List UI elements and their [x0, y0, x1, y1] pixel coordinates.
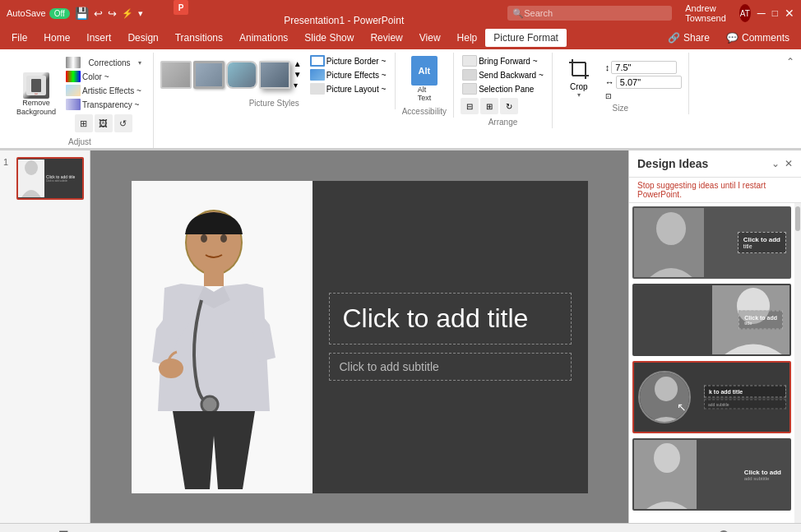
- view-slide-sorter[interactable]: ⊟: [604, 529, 614, 533]
- redo-icon[interactable]: ↪: [108, 7, 117, 20]
- pic-style-4[interactable]: [259, 61, 290, 89]
- color-dropdown[interactable]: Color ~: [64, 70, 143, 83]
- fit-slide-button[interactable]: ⊞: [785, 529, 794, 533]
- corrections-dropdown[interactable]: Corrections ▾: [64, 56, 143, 69]
- user-name: Andrew Townsend: [685, 3, 732, 23]
- reset-picture-button[interactable]: ↺: [114, 114, 132, 132]
- width-input-container: [616, 76, 682, 89]
- design-panel-close[interactable]: ✕: [785, 158, 793, 169]
- change-picture-button[interactable]: 🖼: [95, 114, 113, 132]
- status-bar-right: Notes ⊞ ⊟ ▦ ⊡ − + 54% ⊞: [558, 529, 794, 533]
- width-input[interactable]: [620, 77, 653, 87]
- zoom-out[interactable]: −: [655, 529, 661, 533]
- alt-text-button[interactable]: Alt AltText: [408, 54, 441, 104]
- view-normal[interactable]: ⊞: [588, 529, 598, 533]
- group-button[interactable]: ⊞: [480, 98, 498, 114]
- bring-forward-button[interactable]: Bring Forward ~: [461, 54, 545, 67]
- slide-canvas[interactable]: Click to add title Click to add subtitle: [132, 181, 588, 493]
- card3-subtitle: add subtitle: [708, 402, 782, 407]
- scrollbar-thumb[interactable]: [795, 206, 800, 231]
- size-expand-icon[interactable]: ⊡: [605, 92, 612, 100]
- picture-layout-button[interactable]: Picture Layout ~: [308, 82, 388, 95]
- zoom-in[interactable]: +: [740, 529, 747, 533]
- ribbon-size-group: Crop ▾ ↕ ↔: [553, 53, 689, 114]
- picture-border-button[interactable]: Picture Border ~: [308, 54, 388, 67]
- slide-image-area[interactable]: [132, 181, 313, 493]
- maximize-button[interactable]: □: [772, 7, 778, 19]
- transparency-dropdown[interactable]: Transparency ~: [64, 98, 143, 111]
- status-icon[interactable]: ☰: [58, 529, 69, 533]
- pic-style-1[interactable]: [160, 61, 192, 89]
- content-area-slide: Click to add title Click to add subtitle: [313, 181, 588, 493]
- design-ideas-panel: Design Ideas ⌄ ✕ Stop suggesting ideas u…: [628, 150, 801, 523]
- artistic-label: Artistic Effects ~: [82, 86, 141, 95]
- slide-thumbnail-1[interactable]: 1 Click to add title Click to add subtit…: [3, 157, 86, 200]
- title-text[interactable]: Click to add title: [343, 303, 558, 334]
- menu-view[interactable]: View: [411, 29, 449, 47]
- styles-more[interactable]: ▾: [294, 81, 302, 90]
- menu-picture-format[interactable]: Picture Format: [485, 29, 567, 47]
- status-bar: Slide 1 of 1 ☰ Notes ⊞ ⊟ ▦ ⊡ − + 54% ⊞: [0, 523, 801, 532]
- design-panel-scrollbar[interactable]: [794, 203, 801, 523]
- align-button[interactable]: ⊟: [461, 98, 479, 114]
- search-input[interactable]: [507, 6, 672, 21]
- design-stop-link[interactable]: Stop suggesting ideas until I restart Po…: [629, 178, 801, 203]
- menu-home[interactable]: Home: [35, 29, 78, 47]
- comments-button[interactable]: 💬 Comments: [718, 30, 798, 46]
- menu-insert[interactable]: Insert: [78, 29, 119, 47]
- menu-review[interactable]: Review: [362, 29, 410, 47]
- comments-icon: 💬: [726, 32, 738, 44]
- ribbon-collapse-button[interactable]: ⌃: [786, 56, 794, 67]
- send-backward-button[interactable]: Send Backward ~: [461, 68, 545, 81]
- design-idea-card-2[interactable]: Click to add title: [632, 284, 791, 356]
- selection-pane-button[interactable]: Selection Pane: [461, 82, 545, 95]
- autosave-toggle[interactable]: Off: [49, 8, 70, 19]
- rotate-button[interactable]: ↻: [500, 98, 518, 114]
- design-panel-controls: ⌄ ✕: [771, 158, 793, 169]
- share-button[interactable]: 🔗 Share: [660, 30, 718, 46]
- artistic-effects-dropdown[interactable]: Artistic Effects ~: [64, 84, 143, 97]
- design-idea-card-1[interactable]: Click to add title: [632, 206, 791, 279]
- menu-slideshow[interactable]: Slide Show: [296, 29, 362, 47]
- height-input[interactable]: [615, 62, 648, 72]
- adjust-row: ✂ RemoveBackground Corrections ▾: [13, 54, 146, 134]
- svg-rect-12: [204, 270, 224, 286]
- svg-point-13: [159, 359, 183, 378]
- menu-transitions[interactable]: Transitions: [167, 29, 231, 47]
- picture-effects-button[interactable]: Picture Effects ~: [308, 68, 388, 81]
- svg-point-24: [654, 443, 680, 473]
- design-idea-card-3[interactable]: ↖ k to add title add subtitle: [632, 361, 791, 433]
- crop-button[interactable]: Crop ▾: [559, 54, 599, 100]
- subtitle-placeholder[interactable]: Click to add subtitle: [329, 353, 572, 381]
- minimize-button[interactable]: ─: [757, 7, 766, 20]
- menu-animations[interactable]: Animations: [231, 29, 296, 47]
- menu-help[interactable]: Help: [449, 29, 486, 47]
- styles-scroll-down[interactable]: ▼: [294, 70, 302, 80]
- pic-style-2[interactable]: [193, 61, 225, 89]
- menu-design[interactable]: Design: [119, 29, 166, 47]
- compress-pictures-button[interactable]: ⊞: [75, 114, 93, 132]
- pic-style-3[interactable]: [226, 61, 257, 89]
- compress-icon: ⊞: [80, 118, 87, 129]
- remove-background-button[interactable]: ✂ RemoveBackground: [13, 71, 59, 118]
- remove-bg-icon: ✂: [23, 72, 49, 99]
- subtitle-text[interactable]: Click to add subtitle: [340, 360, 561, 373]
- view-reading[interactable]: ▦: [621, 529, 632, 533]
- undo-icon[interactable]: ↩: [94, 7, 103, 20]
- save-icon[interactable]: 💾: [75, 7, 89, 20]
- slide-thumb-preview[interactable]: Click to add title Click to add subtitle: [16, 157, 84, 200]
- design-idea-card-4[interactable]: Click to add add subtitle: [632, 438, 791, 511]
- customize-icon[interactable]: ⚡: [122, 8, 133, 19]
- corrections-button[interactable]: Corrections ▾ Color ~ Artistic Effects ~: [61, 54, 146, 134]
- view-presenter[interactable]: ⊡: [638, 529, 648, 533]
- color-icon: [66, 71, 81, 82]
- styles-scroll-up[interactable]: ▲: [294, 59, 302, 69]
- menu-file[interactable]: File: [3, 29, 35, 47]
- design-panel-collapse[interactable]: ⌄: [771, 158, 780, 169]
- title-bar-center: P Presentation1 - PowerPoint: [174, 0, 507, 26]
- svg-point-22: [655, 377, 678, 401]
- more-icon[interactable]: ▾: [138, 8, 143, 19]
- adjust-label: Adjust: [68, 137, 91, 146]
- title-placeholder[interactable]: Click to add title: [329, 293, 572, 345]
- close-button[interactable]: ✕: [785, 7, 794, 20]
